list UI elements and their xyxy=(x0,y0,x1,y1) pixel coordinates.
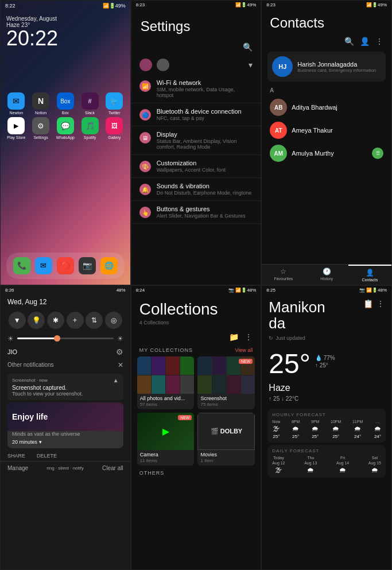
hourly-extra: … 🌧 24° xyxy=(374,420,381,439)
setting-sounds[interactable]: 🔔 Sounds & vibration Do Not Disturb, Ear… xyxy=(131,178,261,201)
toggle-bt[interactable]: ✱ xyxy=(47,312,64,329)
setting-buttons[interactable]: 👆 Buttons & gestures Alert Slider, Navig… xyxy=(131,201,261,224)
others-label: OTHERS xyxy=(131,466,261,478)
toggle-plus[interactable]: + xyxy=(67,312,84,329)
movies-thumb: 🎬 DOLBY xyxy=(197,413,255,450)
add-contact-icon[interactable]: 👤 xyxy=(360,37,370,46)
chevron-down-icon[interactable]: ▾ xyxy=(249,60,253,69)
notif-body: Touch to view your screenshot. xyxy=(12,391,119,397)
collection-camera[interactable]: ▶ Camera 11 items NEW xyxy=(137,413,195,466)
brightness-slider[interactable] xyxy=(17,338,114,339)
app-twitter[interactable]: 🐦 Twitter xyxy=(103,92,126,115)
contact-ameya[interactable]: AT Ameya Thakur xyxy=(262,119,391,142)
toggle-dropdown[interactable]: ▼ xyxy=(9,312,26,329)
collection-all-photos[interactable]: All photos and vid... 57 items xyxy=(137,356,195,409)
jio-row: JIO ⚙ xyxy=(1,345,130,359)
favourites-icon: ☆ xyxy=(280,267,286,276)
collection-movies[interactable]: 🎬 DOLBY Movies 1 item xyxy=(197,413,255,466)
view-all-button[interactable]: View all xyxy=(235,347,253,353)
toggle-circle[interactable]: ◎ xyxy=(105,312,122,329)
notif-expand-icon[interactable]: ▲ xyxy=(113,377,119,383)
enjoy-card[interactable]: Enjoy life Minds as vast as the universe… xyxy=(7,402,123,448)
app-notion[interactable]: N Notion xyxy=(30,92,52,115)
toggle-transfer[interactable]: ⇅ xyxy=(86,312,103,329)
hourly-9pm: 9PM 🌧 25° xyxy=(311,420,319,439)
hourly-10pm: 10PM 🌧 25° xyxy=(331,420,341,439)
app-settings[interactable]: ⚙ Settings xyxy=(30,117,52,139)
daily-row: Today Aug 12 🌫 Thu Aug 13 🌧 Fri Aug 14 🌧 xyxy=(272,456,381,474)
contacts-icon: 👤 xyxy=(366,269,374,277)
contacts-screen: 8:23 📶🔋49% Contacts 🔍 👤 ⋮ HJ Harish Jonn… xyxy=(261,0,392,285)
daily-fri: Fri Aug 14 🌧 xyxy=(336,456,349,474)
hourly-label: HOURLY FORECAST xyxy=(272,412,381,417)
app-whatsapp[interactable]: 💬 WhatsApp xyxy=(54,117,76,139)
brightness-row: ☀ ☀ xyxy=(1,332,130,345)
more-collections-icon[interactable]: ⋮ xyxy=(244,332,253,342)
setting-customization[interactable]: 🎨 Customization Wallpapers, Accent Color… xyxy=(131,155,261,178)
dock-messages[interactable]: ✉ xyxy=(35,257,52,274)
app-box[interactable]: Box Box xyxy=(54,92,76,115)
my-collections-header: MY COLLECTIONS View all xyxy=(131,344,261,356)
search-icon[interactable]: 🔍 xyxy=(243,42,253,52)
featured-contact[interactable]: HJ Harish Jonnalagadda Business card, Em… xyxy=(267,52,386,82)
toggle-dot-2 xyxy=(157,59,169,71)
nav-contacts[interactable]: 👤 Contacts xyxy=(348,265,391,285)
delete-button[interactable]: DELETE xyxy=(37,453,57,459)
app-slack[interactable]: # Slack xyxy=(79,92,101,115)
avatar-aditya: AB xyxy=(270,99,287,116)
enjoy-subtitle: Minds as vast as the universe xyxy=(7,431,123,439)
jio-gear-icon[interactable]: ⚙ xyxy=(116,347,123,356)
app-gallery[interactable]: 🖼 Gallery xyxy=(103,117,126,139)
toggle-flashlight[interactable]: 💡 xyxy=(28,312,45,329)
dock-chrome[interactable]: 🌐 xyxy=(100,257,118,274)
share-button[interactable]: SHARE xyxy=(7,453,25,459)
add-collection-icon[interactable]: 📁 xyxy=(229,332,239,342)
search-contacts-icon[interactable]: 🔍 xyxy=(344,37,354,46)
app-spotify[interactable]: 🎵 Spotify xyxy=(79,117,101,139)
setting-bluetooth[interactable]: 🔵 Bluetooth & device connection NFC, cas… xyxy=(131,103,261,126)
nav-history[interactable]: 🕐 History xyxy=(305,265,348,285)
manage-button[interactable]: Manage xyxy=(7,465,28,471)
contact-aditya[interactable]: AB Aditya Bhardwaj xyxy=(262,96,391,119)
humidity-icon: 💧 xyxy=(315,355,322,361)
status-time-3: 8:23 xyxy=(266,2,275,7)
weather-toolbar: 📋 ⋮ xyxy=(363,299,385,308)
enjoy-time[interactable]: 20 minutes ▾ xyxy=(7,439,123,448)
status-time-2: 8:23 xyxy=(136,2,145,7)
weather-screen: 8:25 📷 📶🔋48% Manikonda 📋 ⋮ ↻ Just update… xyxy=(261,285,392,571)
more-options-icon[interactable]: ⋮ xyxy=(375,37,383,46)
other-notif-header: Other notifications ✕ xyxy=(1,359,130,371)
dock-camera[interactable]: 📷 xyxy=(79,257,96,274)
collection-screenshot[interactable]: Screenshot 75 items NEW xyxy=(197,356,255,409)
clear-all-button[interactable]: Clear all xyxy=(102,465,123,471)
weather-header: Manikonda 📋 ⋮ xyxy=(262,294,391,334)
setting-display[interactable]: 🖥 Display Status Bar, Ambient Display, V… xyxy=(131,126,261,155)
status-bar-4: 8:26 48% xyxy=(1,286,130,294)
more-weather-icon[interactable]: ⋮ xyxy=(377,299,385,308)
nav-favourites[interactable]: ☆ Favourites xyxy=(262,265,305,285)
dock-op[interactable]: 🔴 xyxy=(57,257,74,274)
status-time-5: 8:24 xyxy=(136,288,145,293)
contacts-title: Contacts xyxy=(262,9,391,34)
home-screen: 8:22 📶🔋49% Wednesday, August Haze 23° 20… xyxy=(0,0,131,285)
screenshot-notification[interactable]: Screenshot · now ▲ Screenshot captured. … xyxy=(7,374,123,400)
amulya-badge: ⠿ xyxy=(372,148,383,159)
dock-phone[interactable]: 📞 xyxy=(13,257,30,274)
app-newton[interactable]: ✉ Newton xyxy=(5,92,28,115)
temperature-display: 25° xyxy=(262,346,317,382)
app-grid-row1: ✉ Newton N Notion Box Box # Slack 🐦 Twit… xyxy=(1,88,130,144)
jio-label: JIO xyxy=(7,348,17,355)
contact-amulya[interactable]: AM Amulya Murthy ⠿ xyxy=(262,142,391,165)
setting-wifi[interactable]: 📶 Wi-Fi & network SIM, mobile network, D… xyxy=(131,75,261,103)
status-bar-3: 8:23 📶🔋49% xyxy=(262,1,391,9)
wifi-icon: 📶 xyxy=(139,80,151,92)
daily-today: Today Aug 12 🌫 xyxy=(272,456,285,474)
close-other-notif-icon[interactable]: ✕ xyxy=(118,361,123,369)
notif-app-label: Screenshot · now xyxy=(12,378,48,383)
clock-display: 20:22 xyxy=(6,28,125,49)
brightness-fill xyxy=(17,338,56,339)
status-time-1: 8:22 xyxy=(5,3,15,9)
feels-like: ↑ 25° xyxy=(315,362,335,369)
status-icons-3: 📶🔋49% xyxy=(366,2,387,7)
app-playstore[interactable]: ▶ Play Store xyxy=(5,117,28,139)
